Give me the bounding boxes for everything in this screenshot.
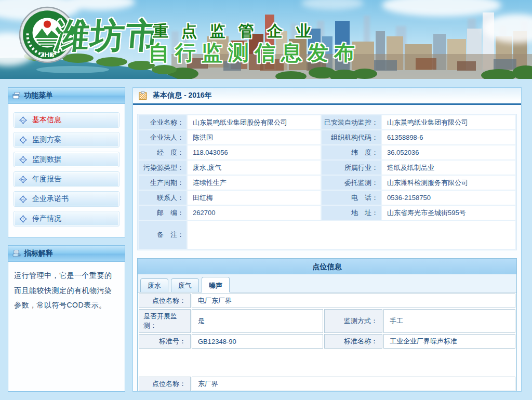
- info-label: 经 度：: [139, 145, 187, 159]
- indicator-panel-header: 指标解释: [8, 246, 125, 262]
- banner: ZHB 潍坊市 重点监管企业 自行监测信息发布: [0, 0, 532, 79]
- content-area: 功能菜单 基本信息 监测方案 监测数据: [0, 79, 532, 392]
- sidebar-item-0[interactable]: 基本信息: [14, 112, 119, 128]
- info-value: 山东晨鸣纸业集团有限公司: [382, 115, 515, 129]
- info-label: 备 注：: [139, 221, 187, 249]
- info-value: 山东潍科检测服务有限公司: [382, 176, 515, 190]
- compass-icon: [19, 176, 27, 183]
- banner-subtitle-2: 自行监测信息发布: [149, 38, 361, 67]
- sidebar-item-1[interactable]: 监测方案: [14, 132, 119, 148]
- info-row: 经 度： 118.043056 纬 度： 36.052036: [139, 145, 515, 159]
- main-body: 企业名称： 山东晨鸣纸业集团股份有限公司 已安装自动监控： 山东晨鸣纸业集团有限…: [133, 105, 521, 392]
- compass-icon: [19, 215, 27, 223]
- info-row: 污染源类型： 废水,废气 所属行业： 造纸及纸制品业: [139, 161, 515, 175]
- sidebar-item-2[interactable]: 监测数据: [14, 152, 119, 167]
- info-label: 邮 编：: [139, 206, 187, 220]
- indicator-text: 运行管理中，它是一个重要的而且能较快测定的有机物污染参数，常以符号COD表示。: [8, 262, 125, 319]
- point-value: 手工: [383, 309, 515, 333]
- menu-panel-header: 功能菜单: [8, 88, 125, 104]
- indicator-panel-title: 指标解释: [24, 249, 53, 258]
- point-label: 是否开展监测：: [139, 309, 191, 333]
- sidebar-item-5[interactable]: 停产情况: [14, 211, 119, 226]
- menu-panel-title: 功能菜单: [24, 91, 53, 100]
- menu-list: 基本信息 监测方案 监测数据 年度报告: [8, 104, 125, 237]
- info-row: 邮 编： 262700 地 址： 山东省寿光市圣城街595号: [139, 206, 515, 220]
- sidebar-item-4[interactable]: 企业承诺书: [14, 191, 119, 207]
- info-label: 企业名称：: [139, 115, 187, 129]
- compass-icon: [19, 116, 27, 124]
- point-detail-row: 是否开展监测： 是 监测方式： 手工: [139, 309, 515, 333]
- basic-info-table: 企业名称： 山东晨鸣纸业集团股份有限公司 已安装自动监控： 山东晨鸣纸业集团有限…: [137, 114, 517, 250]
- menu-panel: 功能菜单 基本信息 监测方案 监测数据: [8, 87, 125, 237]
- indicator-panel: 指标解释 运行管理中，它是一个重要的而且能较快测定的有机物污染参数，常以符号CO…: [8, 245, 125, 392]
- info-value: [188, 221, 515, 249]
- sidebar-item-label: 监测方案: [32, 135, 61, 144]
- info-value: 山东省寿光市圣城街595号: [382, 206, 515, 220]
- info-value: 废水,废气: [188, 161, 321, 175]
- sidebar-item-3[interactable]: 年度报告: [14, 171, 119, 187]
- info-value: 0536-2158750: [382, 191, 515, 205]
- info-row: 企业法人： 陈洪国 组织机构代码： 61358898-6: [139, 130, 515, 144]
- info-label: 纬 度：: [322, 145, 381, 159]
- sidebar: 功能菜单 基本信息 监测方案 监测数据: [8, 87, 125, 392]
- notes-icon: [12, 249, 21, 258]
- info-value: 61358898-6: [382, 130, 515, 144]
- info-label: 已安装自动监控：: [322, 115, 381, 129]
- main-section-title: 基本信息 - 2016年: [153, 91, 212, 100]
- window-icon: [12, 91, 21, 100]
- point-name-row: 点位名称： 东厂界: [139, 377, 515, 391]
- info-value: 田红梅: [188, 191, 321, 205]
- point-value: 工业企业厂界噪声标准: [383, 334, 515, 349]
- page: ZHB 潍坊市 重点监管企业 自行监测信息发布 功能菜单: [0, 0, 532, 400]
- clipboard-icon: [138, 91, 148, 100]
- info-label: 污染源类型：: [139, 161, 187, 175]
- point-name-value: 电厂东厂界: [192, 294, 515, 308]
- info-row: 企业名称： 山东晨鸣纸业集团股份有限公司 已安装自动监控： 山东晨鸣纸业集团有限…: [139, 115, 515, 129]
- point-label: 标准号：: [139, 334, 191, 349]
- point-block: 点位名称： 电厂东厂界 是否开展监测： 是 监测方式： 手工 标准号： GB12…: [138, 294, 516, 349]
- info-label: 生产周期：: [139, 176, 187, 190]
- info-label: 所属行业：: [322, 161, 381, 175]
- site-title: 潍坊市: [53, 12, 163, 59]
- point-name-label: 点位名称：: [139, 377, 191, 391]
- tab-0[interactable]: 废水: [140, 278, 168, 292]
- info-value: 山东晨鸣纸业集团股份有限公司: [188, 115, 321, 129]
- point-block: 点位名称： 东厂界 是否开展监测： 是 监测方式： 手工: [138, 377, 516, 392]
- info-label: 联系人：: [139, 191, 187, 205]
- info-value: 262700: [188, 206, 321, 220]
- sidebar-item-label: 企业承诺书: [32, 194, 69, 204]
- compass-icon: [19, 195, 27, 203]
- sidebar-item-label: 监测数据: [32, 155, 61, 164]
- point-name-label: 点位名称：: [139, 294, 191, 308]
- sidebar-item-label: 年度报告: [32, 175, 61, 184]
- info-row-remark: 备 注：: [139, 221, 515, 249]
- point-name-value: 东厂界: [192, 377, 515, 391]
- info-row: 生产周期： 连续性生产 委托监测： 山东潍科检测服务有限公司: [139, 176, 515, 190]
- point-name-row: 点位名称： 电厂东厂界: [139, 294, 515, 308]
- info-value: 118.043056: [188, 145, 321, 159]
- tab-1[interactable]: 废气: [171, 278, 199, 292]
- point-value: GB12348-90: [192, 334, 323, 349]
- info-row: 联系人： 田红梅 电 话： 0536-2158750: [139, 191, 515, 205]
- tab-2[interactable]: 噪声: [202, 277, 230, 292]
- sidebar-item-label: 基本信息: [32, 115, 61, 125]
- main-section-header: 基本信息 - 2016年: [133, 88, 521, 105]
- point-label: 监测方式：: [324, 309, 382, 333]
- info-label: 电 话：: [322, 191, 381, 205]
- tab-strip: 废水废气噪声: [138, 274, 516, 292]
- sidebar-item-label: 停产情况: [32, 214, 61, 223]
- info-value: 36.052036: [382, 145, 515, 159]
- point-detail-rows: 是否开展监测： 是 监测方式： 手工 标准号： GB12348-90 标准名称：…: [138, 309, 516, 349]
- compass-icon: [19, 156, 27, 164]
- info-value: 连续性生产: [188, 176, 321, 190]
- point-info-section: 点位信息 废水废气噪声 点位名称： 电厂东厂界 是否开展监测： 是 监测方式： …: [137, 258, 517, 392]
- compass-icon: [19, 136, 27, 144]
- info-label: 企业法人：: [139, 130, 187, 144]
- info-label: 组织机构代码：: [322, 130, 381, 144]
- info-label: 委托监测：: [322, 176, 381, 190]
- info-value: 陈洪国: [188, 130, 321, 144]
- point-detail-row: 标准号： GB12348-90 标准名称： 工业企业厂界噪声标准: [139, 334, 515, 349]
- point-value: 是: [192, 309, 323, 333]
- point-section-title: 点位信息: [138, 259, 516, 274]
- info-label: 地 址：: [322, 206, 381, 220]
